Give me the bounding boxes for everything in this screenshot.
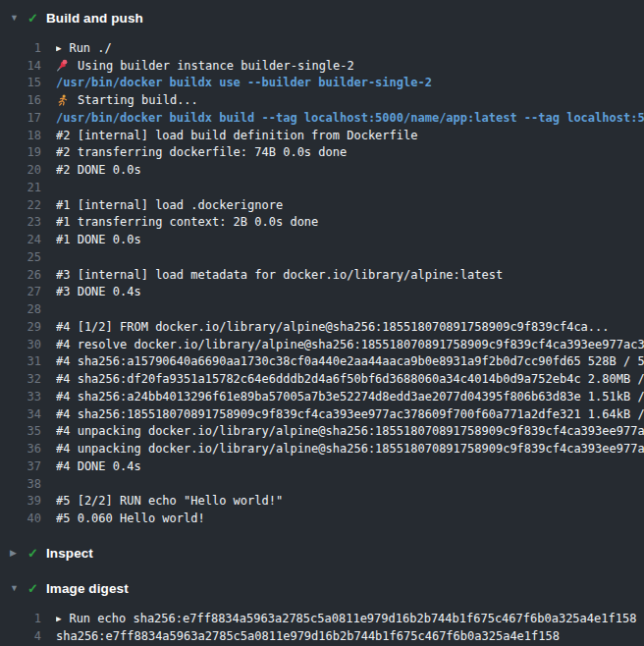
line-number[interactable]: 29 (0, 320, 41, 334)
line-number[interactable]: 37 (0, 459, 41, 473)
log-line[interactable]: 22 #1 [internal] load .dockerignore (0, 196, 644, 214)
line-number[interactable]: 35 (0, 424, 41, 438)
line-number[interactable]: 38 (0, 477, 41, 491)
log-line[interactable]: 39 #5 [2/2] RUN echo "Hello world!" (0, 493, 644, 511)
log-line[interactable]: 24 #1 DONE 0.0s (0, 231, 644, 248)
line-number[interactable]: 1 (0, 41, 41, 55)
line-number[interactable]: 36 (0, 442, 41, 456)
line-number[interactable]: 17 (0, 111, 41, 125)
line-number[interactable]: 25 (0, 250, 41, 264)
log-line[interactable]: 17 /usr/bin/docker buildx build --tag lo… (0, 109, 644, 127)
log-text: #3 [internal] load metadata for docker.i… (56, 268, 503, 282)
line-content: #1 transferring context: 2B 0.0s done (56, 215, 644, 229)
check-success-icon: ✓ (27, 581, 43, 596)
log-line[interactable]: 18 #2 [internal] load build definition f… (0, 127, 644, 144)
section-header-image-digest[interactable]: ▼ ✓ Image digest (0, 570, 644, 606)
log-line[interactable]: 29 #4 [1/2] FROM docker.io/library/alpin… (0, 318, 644, 336)
line-number[interactable]: 20 (0, 163, 41, 177)
line-content: #3 [internal] load metadata for docker.i… (56, 268, 644, 282)
log-text: sha256:e7ff8834a5963a2785c5a0811e979d16b… (56, 629, 560, 643)
expand-line-icon[interactable]: ▶ (56, 614, 61, 623)
log-line[interactable]: 33 #4 sha256:a24bb4013296f61e89ba57005a7… (0, 388, 644, 405)
line-number[interactable]: 30 (0, 338, 41, 351)
log-text: #4 sha256:a24bb4013296f61e89ba57005a7b3e… (56, 390, 644, 404)
line-number[interactable]: 16 (0, 93, 41, 107)
log-text: #4 sha256:185518070891758909c9f839cf4ca3… (56, 407, 644, 421)
line-number[interactable]: 26 (0, 268, 41, 282)
line-content: #4 unpacking docker.io/library/alpine@sh… (56, 442, 644, 456)
chevron-down-icon[interactable]: ▼ (10, 583, 24, 593)
line-number[interactable]: 28 (0, 302, 41, 316)
line-content: #4 [1/2] FROM docker.io/library/alpine@s… (56, 320, 644, 334)
log-text: Run echo sha256:e7ff8834a5963a2785c5a081… (69, 612, 636, 625)
line-number[interactable]: 33 (0, 390, 41, 404)
line-number[interactable]: 14 (0, 59, 41, 73)
log-line[interactable]: 20 #2 DONE 0.0s (0, 161, 644, 179)
log-line[interactable]: 19 #2 transferring dockerfile: 74B 0.0s … (0, 144, 644, 162)
log-text: #4 sha256:df20fa9351a15782c64e6dddb2d4a6… (56, 372, 644, 386)
log-lines-build-and-push: 1 ▶Run ./ 14 Using builder instance buil… (0, 35, 644, 535)
line-number[interactable]: 39 (0, 494, 41, 508)
line-number[interactable]: 21 (0, 181, 41, 194)
section-header-build-and-push[interactable]: ▼ ✓ Build and push (0, 0, 644, 35)
line-number[interactable]: 4 (0, 629, 41, 643)
line-number[interactable]: 19 (0, 145, 41, 159)
line-content: #4 sha256:185518070891758909c9f839cf4ca3… (56, 407, 644, 421)
line-content: /usr/bin/docker buildx use --builder bui… (56, 76, 644, 89)
line-content: #1 [internal] load .dockerignore (56, 198, 644, 212)
line-number[interactable]: 24 (0, 233, 41, 246)
log-text: #3 DONE 0.4s (56, 285, 141, 298)
log-line[interactable]: 35 #4 unpacking docker.io/library/alpine… (0, 423, 644, 441)
log-line[interactable]: 27 #3 DONE 0.4s (0, 284, 644, 301)
section-build-and-push: ▼ ✓ Build and push 1 ▶Run ./ 14 Using bu… (0, 0, 644, 535)
line-number[interactable]: 23 (0, 215, 41, 229)
log-line[interactable]: 16 Starting build... (0, 91, 644, 109)
log-line[interactable]: 4 sha256:e7ff8834a5963a2785c5a0811e979d1… (0, 627, 644, 645)
log-line[interactable]: 21 (0, 179, 644, 196)
runner-icon (56, 94, 69, 107)
chevron-down-icon[interactable]: ▼ (10, 13, 24, 23)
chevron-right-icon[interactable]: ▶ (10, 548, 24, 558)
log-line[interactable]: 14 Using builder instance builder-single… (0, 57, 644, 75)
line-number[interactable]: 31 (0, 354, 41, 368)
line-content: ▶Run echo sha256:e7ff8834a5963a2785c5a08… (56, 612, 644, 625)
line-content: #5 0.060 Hello world! (56, 511, 644, 525)
log-line[interactable]: 37 #4 DONE 0.4s (0, 458, 644, 475)
log-line[interactable]: 26 #3 [internal] load metadata for docke… (0, 266, 644, 284)
log-text: Using builder instance builder-single-2 (78, 59, 354, 73)
log-line[interactable]: 31 #4 sha256:a15790640a6690aa1730c38cf0a… (0, 353, 644, 371)
log-text: #5 [2/2] RUN echo "Hello world!" (56, 494, 283, 508)
log-line[interactable]: 1 ▶Run echo sha256:e7ff8834a5963a2785c5a… (0, 610, 644, 627)
log-line[interactable]: 38 (0, 475, 644, 493)
line-content: #5 [2/2] RUN echo "Hello world!" (56, 494, 644, 508)
line-number[interactable]: 1 (0, 612, 41, 625)
log-line[interactable]: 23 #1 transferring context: 2B 0.0s done (0, 214, 644, 232)
log-line[interactable]: 15 /usr/bin/docker buildx use --builder … (0, 75, 644, 92)
line-content: #4 DONE 0.4s (56, 459, 644, 473)
line-number[interactable]: 22 (0, 198, 41, 212)
log-line[interactable]: 36 #4 unpacking docker.io/library/alpine… (0, 440, 644, 458)
line-number[interactable]: 40 (0, 511, 41, 525)
log-line[interactable]: 34 #4 sha256:185518070891758909c9f839cf4… (0, 405, 644, 423)
log-lines-image-digest: 1 ▶Run echo sha256:e7ff8834a5963a2785c5a… (0, 606, 644, 646)
log-line[interactable]: 32 #4 sha256:df20fa9351a15782c64e6dddb2d… (0, 370, 644, 388)
log-line[interactable]: 28 (0, 300, 644, 318)
log-line[interactable]: 40 #5 0.060 Hello world! (0, 510, 644, 527)
log-text: #1 DONE 0.0s (56, 233, 141, 246)
line-content: #2 DONE 0.0s (56, 163, 644, 177)
line-number[interactable]: 15 (0, 76, 41, 89)
check-success-icon: ✓ (27, 11, 43, 26)
line-number[interactable]: 18 (0, 129, 41, 142)
line-number[interactable]: 34 (0, 407, 41, 421)
log-text: #5 0.060 Hello world! (56, 511, 205, 525)
section-header-inspect[interactable]: ▶ ✓ Inspect (0, 535, 644, 570)
expand-line-icon[interactable]: ▶ (56, 43, 61, 53)
log-line[interactable]: 25 (0, 248, 644, 266)
line-number[interactable]: 27 (0, 285, 41, 298)
line-content: #4 resolve docker.io/library/alpine@sha2… (56, 338, 644, 351)
log-line[interactable]: 1 ▶Run ./ (0, 39, 644, 57)
line-content: #4 sha256:a24bb4013296f61e89ba57005a7b3e… (56, 390, 644, 404)
line-content: #4 sha256:df20fa9351a15782c64e6dddb2d4a6… (56, 372, 644, 386)
line-number[interactable]: 32 (0, 372, 41, 386)
log-line[interactable]: 30 #4 resolve docker.io/library/alpine@s… (0, 336, 644, 353)
